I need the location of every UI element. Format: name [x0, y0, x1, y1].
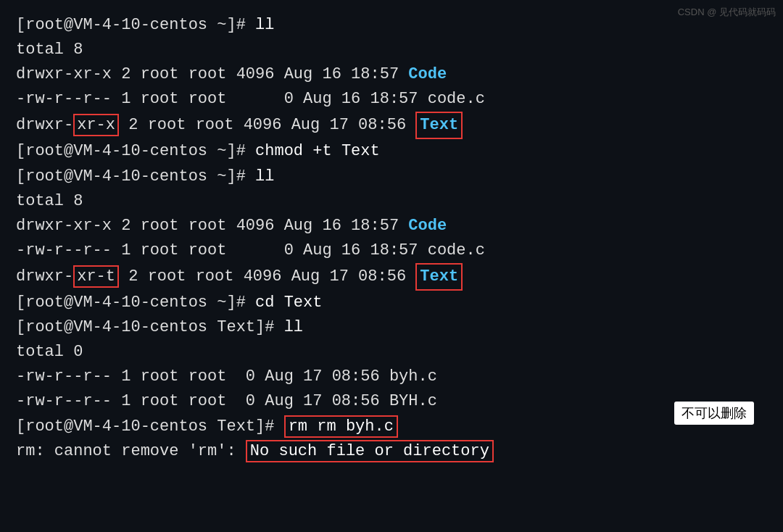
terminal-line: drwxr-xr-x 2 root root 4096 Aug 16 18:57…: [16, 62, 767, 87]
directory-name: Code: [408, 217, 447, 235]
output-text: total 8: [16, 41, 83, 59]
permissions-highlighted: xr-x: [73, 114, 119, 136]
terminal-line: [root@VM-4-10-centos ~]# cd Text: [16, 291, 767, 315]
prompt: [root@VM-4-10-centos ~]#: [16, 16, 255, 34]
file-info: 2 root root 4096 Aug 16 18:57: [112, 65, 408, 83]
prompt: [root@VM-4-10-centos Text]#: [16, 417, 284, 436]
output-text: -rw-r--r-- 1 root root 0 Aug 17 08:56 by…: [16, 367, 437, 386]
terminal-line: -rw-r--r-- 1 root root 0 Aug 17 08:56 by…: [16, 365, 767, 389]
command: ll: [255, 16, 274, 34]
watermark: CSDN @ 见代码就码码: [678, 6, 776, 19]
permissions: drwxr-xr-x: [16, 217, 112, 235]
command-highlighted: rm rm byh.c: [284, 415, 398, 438]
directory-name: Code: [408, 65, 447, 83]
permissions-before: drwxr-: [16, 116, 73, 134]
terminal-line: [root@VM-4-10-centos Text]# rm rm byh.c: [16, 415, 767, 439]
terminal-line: -rw-r--r-- 1 root root 0 Aug 16 18:57 co…: [16, 87, 767, 112]
output-text: -rw-r--r-- 1 root root 0 Aug 17 08:56 BY…: [16, 392, 437, 410]
text-directory-name: Text: [415, 263, 463, 291]
command: ll: [284, 318, 303, 336]
file-info: 2 root root 4096 Aug 17 08:56: [119, 267, 415, 286]
terminal-line: drwxr-xr-x 2 root root 4096 Aug 17 08:56…: [16, 112, 767, 139]
error-prefix: rm: cannot remove 'rm':: [16, 442, 246, 460]
prompt: [root@VM-4-10-centos ~]#: [16, 142, 255, 160]
terminal-line: total 8: [16, 189, 767, 214]
text-directory-name: Text: [415, 112, 463, 139]
terminal-line: total 0: [16, 340, 767, 365]
terminal-line: [root@VM-4-10-centos Text]# ll: [16, 315, 767, 340]
permissions-before: drwxr-: [16, 267, 73, 286]
command: cd Text: [255, 294, 322, 312]
terminal-line: -rw-r--r-- 1 root root 0 Aug 16 18:57 co…: [16, 238, 767, 263]
annotation-box: 不可以删除: [674, 402, 754, 425]
command: ll: [255, 167, 274, 186]
terminal-line: [root@VM-4-10-centos ~]# ll: [16, 13, 767, 38]
output-text: -rw-r--r-- 1 root root 0 Aug 16 18:57 co…: [16, 90, 485, 108]
output-text: total 8: [16, 192, 83, 210]
terminal-line: -rw-r--r-- 1 root root 0 Aug 17 08:56 BY…: [16, 389, 767, 414]
output-text: total 0: [16, 343, 83, 361]
terminal-line: rm: cannot remove 'rm': No such file or …: [16, 439, 767, 464]
terminal-line: [root@VM-4-10-centos ~]# ll: [16, 165, 767, 189]
file-info: 2 root root 4096 Aug 17 08:56: [119, 116, 415, 134]
permissions-highlighted: xr-t: [73, 265, 119, 288]
prompt: [root@VM-4-10-centos Text]#: [16, 318, 284, 336]
file-info: 2 root root 4096 Aug 16 18:57: [112, 217, 408, 235]
command: chmod +t Text: [255, 142, 380, 160]
output-text: -rw-r--r-- 1 root root 0 Aug 16 18:57 co…: [16, 241, 485, 259]
terminal: [root@VM-4-10-centos ~]# lltotal 8drwxr-…: [0, 0, 783, 532]
prompt: [root@VM-4-10-centos ~]#: [16, 294, 255, 312]
terminal-content: [root@VM-4-10-centos ~]# lltotal 8drwxr-…: [16, 13, 767, 464]
permissions: drwxr-xr-x: [16, 65, 112, 83]
terminal-line: drwxr-xr-x 2 root root 4096 Aug 16 18:57…: [16, 214, 767, 238]
terminal-line: total 8: [16, 38, 767, 62]
terminal-line: drwxr-xr-t 2 root root 4096 Aug 17 08:56…: [16, 263, 767, 291]
terminal-line: [root@VM-4-10-centos ~]# chmod +t Text: [16, 139, 767, 164]
prompt: [root@VM-4-10-centos ~]#: [16, 167, 255, 186]
error-message: No such file or directory: [246, 440, 494, 462]
